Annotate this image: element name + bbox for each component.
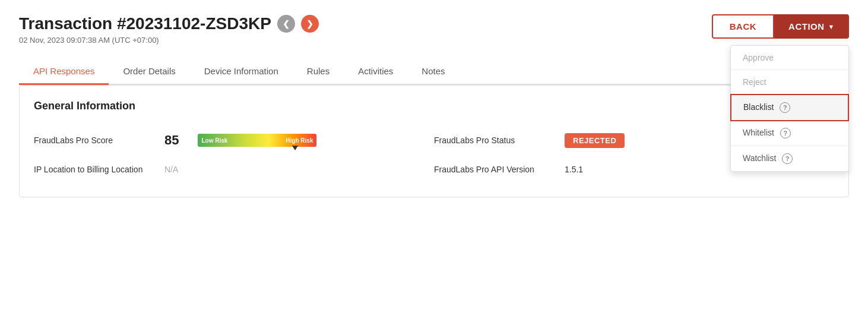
transaction-id: Transaction #20231102-ZSD3KP (19, 14, 271, 33)
info-row-ip-location: IP Location to Billing Location N/A (34, 156, 434, 182)
tab-activities[interactable]: Activities (344, 59, 407, 85)
ip-location-value: N/A (164, 165, 178, 174)
prev-arrow-button[interactable]: ❮ (277, 15, 295, 33)
action-label: ACTION (788, 21, 825, 32)
header: Transaction #20231102-ZSD3KP ❮ ❯ 02 Nov,… (19, 14, 849, 45)
section-title: General Information (34, 100, 834, 112)
action-arrow-icon: ▼ (828, 23, 835, 30)
status-badge: REJECTED (565, 133, 625, 148)
tab-device-information[interactable]: Device Information (190, 59, 293, 85)
tab-notes[interactable]: Notes (407, 59, 459, 85)
score-value: 85 (164, 133, 179, 148)
risk-label-high: High Risk (286, 137, 313, 144)
api-version-value: 1.5.1 (565, 165, 583, 174)
risk-label-low: Low Risk (201, 137, 227, 144)
action-button[interactable]: ACTION ▼ (774, 14, 849, 39)
dropdown-whitelist-label: Whitelist (743, 128, 774, 137)
api-version-label: FraudLabs Pro API Version (434, 165, 553, 174)
header-left: Transaction #20231102-ZSD3KP ❮ ❯ 02 Nov,… (19, 14, 319, 45)
back-button[interactable]: BACK (712, 14, 774, 39)
ip-location-label: IP Location to Billing Location (34, 165, 153, 174)
next-arrow-icon: ❯ (306, 19, 313, 29)
page-container: Transaction #20231102-ZSD3KP ❮ ❯ 02 Nov,… (0, 0, 868, 318)
tabs: API Responses Order Details Device Infor… (19, 59, 849, 85)
risk-bar-container: Low Risk High Risk (198, 134, 316, 147)
watchlist-help-icon: ? (782, 153, 793, 164)
tab-order-details[interactable]: Order Details (109, 59, 189, 85)
next-arrow-button[interactable]: ❯ (301, 15, 319, 33)
action-dropdown: Approve Reject Blacklist ? Whitelist ? W… (730, 45, 849, 172)
blacklist-help-icon: ? (780, 102, 790, 113)
whitelist-help-icon: ? (780, 128, 791, 138)
dropdown-item-whitelist[interactable]: Whitelist ? (731, 121, 848, 146)
dropdown-watchlist-label: Watchlist (743, 153, 776, 163)
dropdown-blacklist-label: Blacklist (743, 102, 774, 112)
dropdown-item-approve[interactable]: Approve (731, 46, 848, 70)
dropdown-item-blacklist[interactable]: Blacklist ? (730, 94, 849, 121)
transaction-title: Transaction #20231102-ZSD3KP ❮ ❯ (19, 14, 319, 33)
dropdown-item-watchlist[interactable]: Watchlist ? (731, 146, 848, 171)
content-area: General Information FraudLabs Pro Score … (19, 85, 849, 197)
header-right: BACK ACTION ▼ Approve Reject Blacklist ?… (712, 14, 849, 39)
risk-bar: Low Risk High Risk (198, 134, 316, 147)
risk-marker (292, 146, 298, 150)
dropdown-item-reject[interactable]: Reject (731, 70, 848, 95)
transaction-date: 02 Nov, 2023 09:07:38 AM (UTC +07:00) (19, 36, 319, 45)
prev-arrow-icon: ❮ (283, 19, 290, 29)
info-grid: FraudLabs Pro Score 85 Low Risk High Ris… (34, 124, 834, 182)
tab-api-responses[interactable]: API Responses (19, 59, 109, 85)
dropdown-approve-label: Approve (743, 53, 774, 62)
status-label: FraudLabs Pro Status (434, 136, 553, 145)
dropdown-reject-label: Reject (743, 77, 766, 87)
tab-rules[interactable]: Rules (293, 59, 344, 85)
score-label: FraudLabs Pro Score (34, 136, 153, 145)
info-row-score: FraudLabs Pro Score 85 Low Risk High Ris… (34, 124, 434, 156)
